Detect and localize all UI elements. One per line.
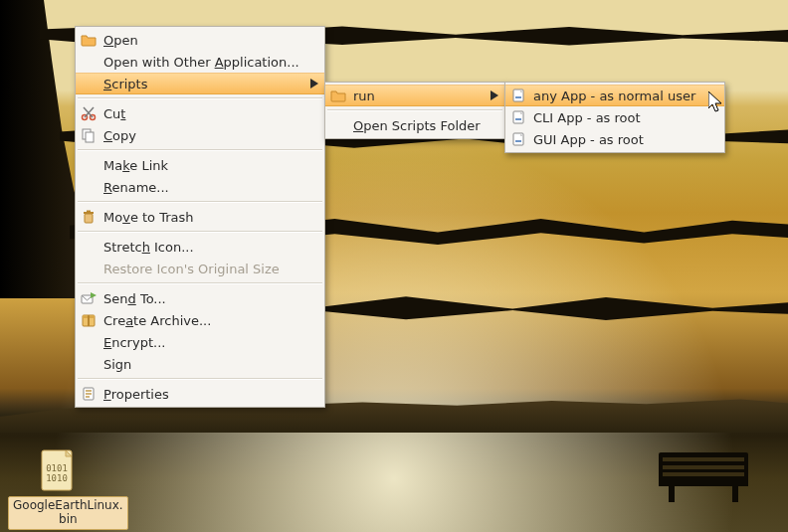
copy-icon [81, 127, 97, 143]
menu-scripts[interactable]: Scripts [76, 73, 324, 94]
submenu-scripts: run Open Scripts Folder [324, 82, 505, 139]
menu-separator [78, 201, 322, 203]
submenu-arrow-icon [491, 90, 498, 100]
desktop-file-label: GoogleEarthLinux.bin [8, 496, 128, 530]
submenu-arrow-icon [310, 79, 318, 89]
svg-rect-11 [85, 214, 93, 223]
menu-create-archive[interactable]: Create Archive... [76, 309, 324, 331]
submenu-run-list: any App - as normal user CLI App - as ro… [504, 82, 725, 153]
menu-rename[interactable]: Rename... [76, 176, 324, 198]
context-menu: Open Open with Other Application... Scri… [75, 26, 325, 408]
svg-marker-15 [91, 292, 97, 298]
folder-icon [330, 88, 346, 103]
menu-open[interactable]: Open [76, 29, 324, 51]
svg-rect-26 [515, 96, 521, 98]
archive-icon [81, 312, 97, 328]
svg-rect-13 [87, 211, 91, 213]
menu-properties[interactable]: Properties [76, 383, 324, 405]
menu-cut[interactable]: Cut [76, 102, 324, 124]
menu-separator [78, 231, 322, 233]
scissors-icon [81, 105, 97, 121]
script-file-icon [510, 131, 526, 147]
binary-file-icon: 0101 1010 [36, 447, 82, 493]
menu-separator [78, 378, 322, 380]
trash-icon [81, 209, 97, 225]
menu-make-link[interactable]: Make Link [76, 154, 324, 176]
menu-restore-icon-size: Restore Icon's Original Size [76, 258, 324, 279]
menu-open-with[interactable]: Open with Other Application... [76, 51, 324, 73]
svg-rect-29 [515, 118, 521, 120]
submenu-run[interactable]: run [325, 85, 504, 106]
properties-icon [81, 386, 97, 402]
menu-encrypt[interactable]: Encrypt... [76, 331, 324, 353]
menu-separator [78, 97, 322, 99]
svg-text:0101: 0101 [46, 463, 68, 473]
menu-send-to[interactable]: Send To... [76, 287, 324, 309]
svg-rect-18 [88, 315, 90, 326]
menu-sign[interactable]: Sign [76, 353, 324, 375]
run-gui-app-root[interactable]: GUI App - as root [505, 128, 724, 150]
run-any-app-normal-user[interactable]: any App - as normal user [505, 85, 724, 106]
menu-move-to-trash[interactable]: Move to Trash [76, 206, 324, 228]
svg-rect-32 [515, 140, 521, 142]
run-cli-app-root[interactable]: CLI App - as root [505, 106, 724, 128]
menu-stretch-icon[interactable]: Stretch Icon... [76, 236, 324, 258]
menu-separator [78, 149, 322, 151]
desktop[interactable]: 0101 1010 GoogleEarthLinux.bin Open Open… [0, 0, 788, 532]
folder-icon [81, 32, 97, 48]
submenu-open-scripts-folder[interactable]: Open Scripts Folder [325, 114, 504, 136]
svg-marker-23 [491, 90, 498, 100]
svg-text:1010: 1010 [46, 473, 68, 483]
send-to-icon [81, 290, 97, 306]
menu-separator [78, 282, 322, 284]
menu-separator [327, 109, 502, 111]
svg-rect-10 [86, 132, 94, 142]
wallpaper-bench [659, 452, 748, 502]
script-file-icon [510, 109, 526, 125]
svg-marker-4 [310, 79, 318, 89]
desktop-file-googleearthlinux[interactable]: 0101 1010 GoogleEarthLinux.bin [8, 447, 109, 530]
menu-copy[interactable]: Copy [76, 124, 324, 146]
script-file-icon [510, 88, 526, 103]
